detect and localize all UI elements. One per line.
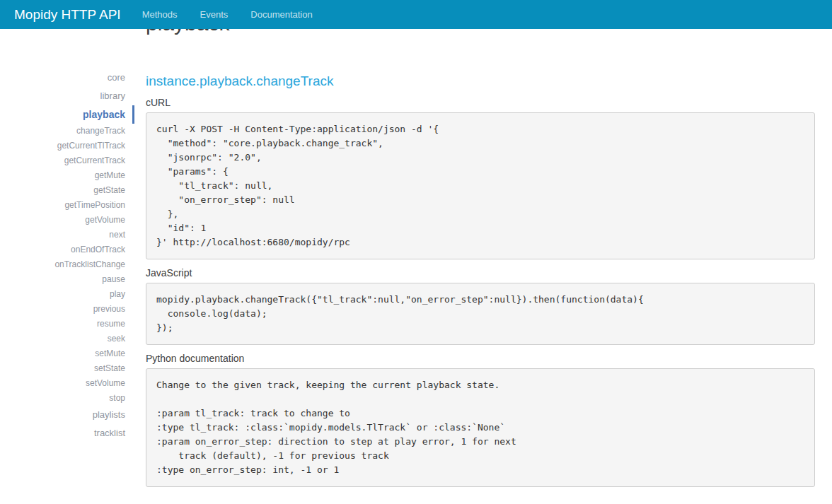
sidebar-item-changeTrack[interactable]: changeTrack [0,124,134,139]
sidebar-item-core[interactable]: core [0,69,134,87]
top-navbar: Mopidy HTTP API MethodsEventsDocumentati… [0,0,832,29]
sidebar-item-tracklist[interactable]: tracklist [0,424,134,443]
sidebar-item-getState[interactable]: getState [0,183,134,198]
brand-title[interactable]: Mopidy HTTP API [14,7,121,23]
sidebar-item-getCurrentTlTrack[interactable]: getCurrentTlTrack [0,139,134,153]
sidebar-item-getVolume[interactable]: getVolume [0,213,134,228]
sidebar-item-next[interactable]: next [0,228,134,242]
sidebar-item-library[interactable]: library [0,87,134,105]
navbar-link-documentation[interactable]: Documentation [239,0,323,29]
sidebar-item-getCurrentTrack[interactable]: getCurrentTrack [0,153,134,168]
page-layout: corelibraryplaybackchangeTrackgetCurrent… [0,0,832,494]
sidebar-item-resume[interactable]: resume [0,317,134,332]
code-section: cURLcurl -X POST -H Content-Type:applica… [146,97,815,259]
section-label: cURL [146,97,815,108]
sidebar-item-stop[interactable]: stop [0,391,134,406]
code-block: Change to the given track, keeping the c… [146,368,815,487]
navbar-link-methods[interactable]: Methods [131,0,189,29]
sidebar-item-setVolume[interactable]: setVolume [0,376,134,391]
code-sections: cURLcurl -X POST -H Content-Type:applica… [146,97,815,487]
navbar-links: MethodsEventsDocumentation [131,0,324,29]
sidebar-nav: corelibraryplaybackchangeTrackgetCurrent… [0,0,134,443]
sidebar-item-setMute[interactable]: setMute [0,346,134,361]
code-section: Python documentationChange to the given … [146,353,815,487]
code-block: curl -X POST -H Content-Type:application… [146,112,815,259]
sidebar-item-seek[interactable]: seek [0,332,134,346]
sidebar-item-playback[interactable]: playback [0,105,134,124]
sidebar-item-getTimePosition[interactable]: getTimePosition [0,198,134,213]
navbar-link-events[interactable]: Events [189,0,240,29]
method-title: instance.playback.changeTrack [146,74,815,89]
sidebar-item-previous[interactable]: previous [0,302,134,317]
sidebar-item-playlists[interactable]: playlists [0,406,134,424]
main-content: playback instance.playback.changeTrack c… [146,0,815,494]
code-block: mopidy.playback.changeTrack({"tl_track":… [146,283,815,345]
sidebar-item-pause[interactable]: pause [0,272,134,287]
sidebar-item-setState[interactable]: setState [0,361,134,376]
sidebar-item-play[interactable]: play [0,287,134,302]
sidebar-item-onTracklistChange[interactable]: onTracklistChange [0,257,134,272]
section-label: Python documentation [146,353,815,364]
sidebar-item-getMute[interactable]: getMute [0,168,134,183]
sidebar-item-onEndOfTrack[interactable]: onEndOfTrack [0,242,134,257]
code-section: JavaScriptmopidy.playback.changeTrack({"… [146,267,815,345]
section-label: JavaScript [146,267,815,279]
